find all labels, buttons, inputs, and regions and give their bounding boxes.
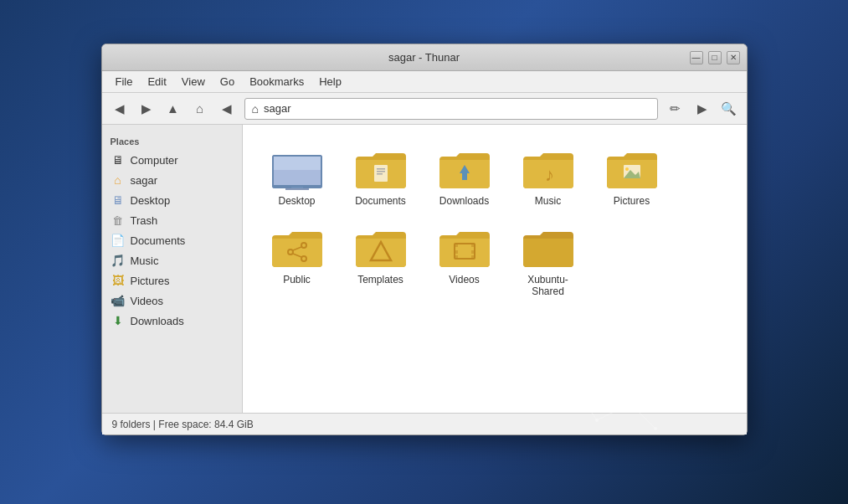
sidebar-item-sagar[interactable]: ⌂ sagar xyxy=(102,170,242,190)
sidebar-label-trash: Trash xyxy=(131,214,158,227)
sidebar-label-computer: Computer xyxy=(131,154,178,167)
folder-documents[interactable]: Documents xyxy=(343,141,419,212)
svg-rect-25 xyxy=(471,244,475,247)
desktop-label: Desktop xyxy=(278,195,315,207)
menu-edit[interactable]: Edit xyxy=(141,73,172,90)
folder-xubuntu-shared[interactable]: Xubuntu-Shared xyxy=(511,220,586,302)
downloads-folder-icon xyxy=(438,147,491,192)
pictures-folder-icon xyxy=(605,147,659,192)
desktop-icon: 🖥 xyxy=(110,193,126,208)
search-button[interactable]: 🔍 xyxy=(717,97,742,121)
close-button[interactable]: ✕ xyxy=(727,51,740,64)
edit-location-button[interactable]: ✏ xyxy=(663,97,688,121)
downloads-icon: ⬇ xyxy=(110,313,126,328)
folder-downloads[interactable]: Downloads xyxy=(427,141,502,212)
documents-folder-icon xyxy=(354,147,408,192)
maximize-button[interactable]: □ xyxy=(708,51,722,64)
menu-go[interactable]: Go xyxy=(213,73,241,90)
computer-icon: 🖥 xyxy=(110,152,126,167)
status-bar: 9 folders | Free space: 84.4 GiB xyxy=(102,413,747,435)
menu-file[interactable]: File xyxy=(109,73,140,90)
back-button[interactable]: ◀ xyxy=(107,97,132,121)
menu-help[interactable]: Help xyxy=(312,73,348,90)
shared-label: Xubuntu-Shared xyxy=(514,274,583,297)
window-controls: — □ ✕ xyxy=(690,51,740,64)
window-title: sagar - Thunar xyxy=(109,51,740,64)
svg-rect-5 xyxy=(285,188,309,190)
sidebar-item-desktop[interactable]: 🖥 Desktop xyxy=(102,190,242,210)
address-text: sagar xyxy=(264,102,291,115)
svg-rect-22 xyxy=(455,244,458,247)
pictures-icon: 🖼 xyxy=(110,273,126,288)
next-button[interactable]: ▶ xyxy=(690,97,715,121)
public-label: Public xyxy=(283,274,311,285)
status-text: 9 folders | Free space: 84.4 GiB xyxy=(112,419,254,430)
svg-rect-27 xyxy=(471,255,475,259)
templates-folder-icon xyxy=(354,225,408,270)
svg-rect-24 xyxy=(455,255,458,259)
menu-bar: File Edit View Go Bookmarks Help xyxy=(102,71,747,93)
svg-rect-23 xyxy=(455,250,458,254)
sidebar-item-documents[interactable]: 📄 Documents xyxy=(102,230,242,250)
menu-bookmarks[interactable]: Bookmarks xyxy=(243,73,311,90)
public-folder-icon xyxy=(270,225,324,270)
sidebar-label-documents: Documents xyxy=(131,234,186,247)
trash-icon: 🗑 xyxy=(110,213,126,228)
documents-icon: 📄 xyxy=(110,233,126,248)
home-icon: ⌂ xyxy=(110,172,126,188)
toolbar: ◀ ▶ ▲ ⌂ ◀ ⌂ sagar ✏ ▶ 🔍 xyxy=(102,93,747,125)
pictures-label: Pictures xyxy=(614,195,650,207)
desktop-folder-icon xyxy=(270,147,324,192)
svg-point-13 xyxy=(625,167,629,171)
downloads-label: Downloads xyxy=(439,195,489,207)
svg-rect-3 xyxy=(274,157,321,170)
main-area: Places 🖥 Computer ⌂ sagar 🖥 Desktop 🗑 Tr… xyxy=(102,125,747,413)
sidebar-label-sagar: sagar xyxy=(131,174,158,187)
main-window: sagar - Thunar — □ ✕ File Edit View Go B… xyxy=(101,44,748,435)
templates-label: Templates xyxy=(357,274,403,285)
sidebar-label-videos: Videos xyxy=(131,295,164,307)
folder-public[interactable]: Public xyxy=(260,220,335,302)
folder-videos[interactable]: Videos xyxy=(427,220,502,302)
folder-pictures[interactable]: Pictures xyxy=(594,141,670,212)
music-folder-icon: ♪ xyxy=(522,147,575,192)
title-bar: sagar - Thunar — □ ✕ xyxy=(102,44,747,71)
file-area: Desktop Documents xyxy=(243,125,747,413)
videos-label: Videos xyxy=(449,274,479,285)
home-button[interactable]: ⌂ xyxy=(188,97,213,121)
sidebar-label-downloads: Downloads xyxy=(131,315,184,327)
sidebar-item-videos[interactable]: 📹 Videos xyxy=(102,291,242,311)
toggle-button[interactable]: ◀ xyxy=(214,97,239,121)
folder-templates[interactable]: Templates xyxy=(343,220,419,302)
shared-folder-icon xyxy=(522,225,575,270)
sidebar-item-music[interactable]: 🎵 Music xyxy=(102,250,242,270)
menu-view[interactable]: View xyxy=(175,73,212,90)
svg-rect-26 xyxy=(471,250,475,254)
videos-icon: 📹 xyxy=(110,293,126,308)
svg-rect-8 xyxy=(377,171,385,172)
forward-button[interactable]: ▶ xyxy=(134,97,159,121)
sidebar-item-pictures[interactable]: 🖼 Pictures xyxy=(102,270,242,291)
folder-desktop[interactable]: Desktop xyxy=(260,141,335,212)
music-label: Music xyxy=(535,195,561,207)
address-home-icon: ⌂ xyxy=(252,102,259,116)
sidebar-label-pictures: Pictures xyxy=(131,275,170,287)
documents-label: Documents xyxy=(355,195,406,207)
folder-music[interactable]: ♪ Music xyxy=(511,141,586,212)
svg-rect-9 xyxy=(377,173,383,175)
sidebar-item-trash[interactable]: 🗑 Trash xyxy=(102,210,242,230)
music-icon: 🎵 xyxy=(110,253,126,268)
sidebar-item-computer[interactable]: 🖥 Computer xyxy=(102,150,242,170)
address-bar[interactable]: ⌂ sagar xyxy=(244,98,658,120)
sidebar-label-desktop: Desktop xyxy=(131,194,171,207)
videos-folder-icon xyxy=(438,225,491,270)
svg-text:♪: ♪ xyxy=(545,164,554,185)
svg-rect-7 xyxy=(377,168,385,170)
up-button[interactable]: ▲ xyxy=(161,97,186,121)
sidebar-item-downloads[interactable]: ⬇ Downloads xyxy=(102,311,242,331)
sidebar-section-places: Places xyxy=(102,131,242,150)
sidebar-label-music: Music xyxy=(131,255,159,267)
minimize-button[interactable]: — xyxy=(690,51,703,64)
sidebar: Places 🖥 Computer ⌂ sagar 🖥 Desktop 🗑 Tr… xyxy=(102,125,243,413)
